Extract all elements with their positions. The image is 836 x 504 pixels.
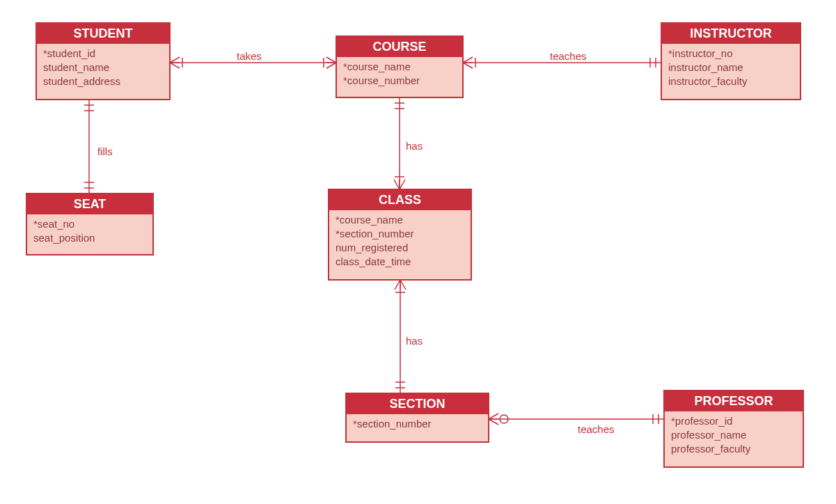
svg-line-1: [170, 57, 180, 63]
entity-attribute: professor_faculty: [671, 443, 751, 455]
entity-attribute: *section_number: [336, 228, 414, 239]
relationship-has_course_class: has: [394, 97, 423, 189]
svg-line-24: [394, 180, 400, 189]
entity-attribute: *course_name: [343, 61, 411, 72]
svg-line-29: [395, 280, 400, 290]
entity-attribute: student_address: [43, 75, 120, 87]
relationship-label: has: [406, 335, 423, 347]
entity-attribute: professor_name: [671, 429, 746, 441]
svg-line-10: [463, 57, 473, 63]
entity-attribute: num_registered: [336, 242, 408, 253]
relationship-teaches_professor: teaches: [489, 414, 664, 435]
entity-title: SECTION: [389, 397, 445, 411]
svg-line-25: [400, 180, 405, 189]
entity-attribute: *student_id: [43, 47, 95, 59]
er-diagram-canvas: takesteachesfillshashasteachesSTUDENT*st…: [0, 0, 836, 504]
relationship-label: fills: [97, 145, 113, 157]
relationship-label: teaches: [550, 50, 587, 62]
entity-attribute: *section_number: [353, 418, 432, 430]
entity-attribute: *course_number: [343, 74, 420, 86]
entity-section: SECTION*section_number: [346, 393, 489, 442]
svg-line-5: [326, 57, 336, 63]
svg-line-37: [489, 419, 498, 425]
entity-instructor: INSTRUCTOR*instructor_noinstructor_namei…: [661, 23, 800, 100]
svg-line-6: [326, 63, 336, 68]
entity-class: CLASS*course_name*section_numbernum_regi…: [329, 189, 471, 280]
relationship-label: has: [406, 140, 423, 152]
entity-attribute: instructor_name: [668, 61, 743, 73]
entity-title: INSTRUCTOR: [690, 26, 772, 40]
relationship-has_class_section: has: [395, 280, 423, 393]
entity-course: COURSE*course_name*course_number: [336, 36, 463, 97]
relationship-fills: fills: [84, 100, 113, 194]
entity-student: STUDENT*student_idstudent_namestudent_ad…: [36, 23, 170, 100]
entity-attribute: *seat_no: [33, 218, 74, 230]
entity-title: PROFESSOR: [694, 394, 773, 408]
entity-attribute: seat_position: [33, 232, 95, 244]
svg-line-30: [400, 280, 406, 290]
relationship-label: teaches: [578, 423, 615, 435]
entity-professor: PROFESSOR*professor_idprofessor_nameprof…: [664, 391, 803, 467]
entity-title: CLASS: [379, 193, 421, 207]
svg-line-36: [489, 414, 498, 419]
svg-line-11: [463, 63, 473, 68]
entity-title: SEAT: [74, 197, 107, 211]
relationship-teaches_instructor: teaches: [463, 50, 661, 68]
entity-attribute: class_date_time: [336, 255, 411, 267]
svg-line-2: [170, 63, 180, 68]
entity-attribute: *instructor_no: [668, 47, 733, 59]
entity-seat: SEAT*seat_noseat_position: [26, 194, 153, 255]
relationship-takes: takes: [170, 50, 336, 68]
entity-attribute: *professor_id: [671, 415, 732, 427]
entity-title: STUDENT: [74, 26, 133, 40]
entity-attribute: instructor_faculty: [668, 75, 748, 87]
entity-attribute: student_name: [43, 61, 109, 73]
relationship-label: takes: [237, 50, 262, 62]
entity-attribute: *course_name: [336, 214, 403, 226]
entity-title: COURSE: [372, 40, 426, 54]
